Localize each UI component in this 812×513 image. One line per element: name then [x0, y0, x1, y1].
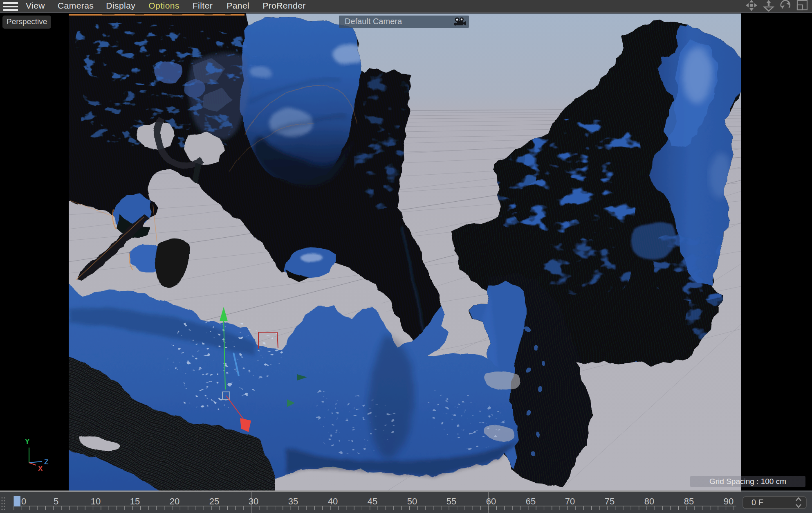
svg-text:30: 30	[249, 496, 258, 506]
svg-text:45: 45	[368, 496, 377, 506]
svg-text:80: 80	[644, 496, 654, 506]
svg-text:0 F: 0 F	[751, 498, 763, 507]
svg-text:5: 5	[54, 496, 58, 506]
svg-text:15: 15	[130, 496, 140, 506]
svg-text:0: 0	[21, 496, 26, 506]
svg-text:55: 55	[446, 496, 456, 506]
svg-text:35: 35	[288, 496, 298, 506]
svg-text:X: X	[38, 465, 43, 473]
svg-text:75: 75	[605, 496, 615, 506]
svg-text:20: 20	[170, 496, 179, 506]
svg-text:10: 10	[91, 496, 101, 506]
svg-text:Y: Y	[25, 438, 30, 446]
svg-text:85: 85	[684, 496, 694, 506]
svg-text:60: 60	[486, 496, 496, 506]
svg-text:65: 65	[526, 496, 536, 506]
svg-text:50: 50	[407, 496, 417, 506]
svg-text:70: 70	[565, 496, 575, 506]
svg-text:90: 90	[724, 496, 733, 506]
svg-text:40: 40	[328, 496, 338, 506]
svg-text:Z: Z	[44, 458, 48, 466]
svg-text:25: 25	[209, 496, 219, 506]
